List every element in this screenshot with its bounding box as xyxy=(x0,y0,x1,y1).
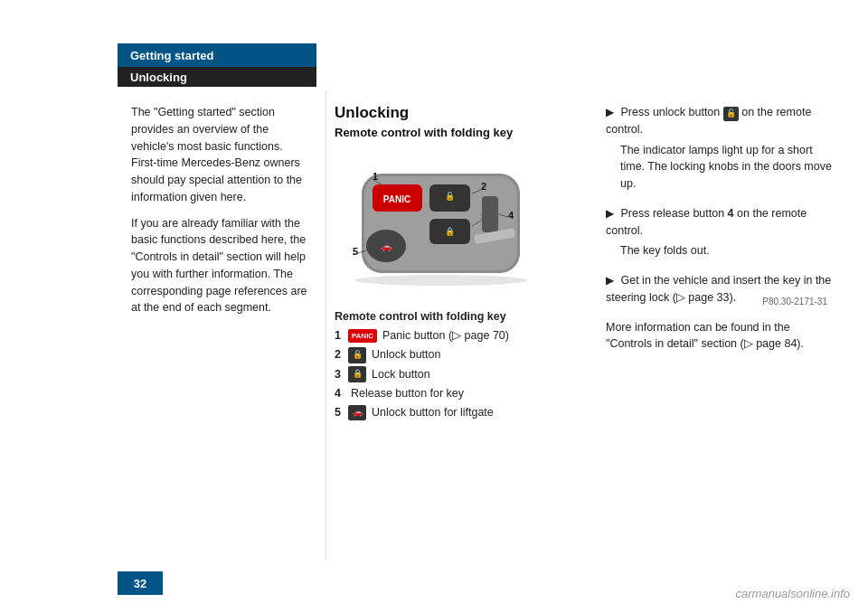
more-info: More information can be found in the "Co… xyxy=(606,319,832,354)
chapter-header-bar: Getting started xyxy=(118,43,316,67)
svg-rect-12 xyxy=(482,196,498,232)
bullet-header-1: ▶ Press unlock button 🔓 on the remote co… xyxy=(606,104,832,138)
svg-text:🔒: 🔒 xyxy=(445,226,456,237)
right-column: ▶ Press unlock button 🔓 on the remote co… xyxy=(606,104,832,353)
page-number: 32 xyxy=(118,571,163,595)
bullet-header-3: ▶ Get in the vehicle and insert the key … xyxy=(606,272,832,306)
page-container: Getting started Unlocking The "Getting s… xyxy=(0,0,868,613)
item-text: Release button for key xyxy=(351,384,464,403)
column-divider xyxy=(326,90,326,561)
list-item: 3 🔒 Lock button xyxy=(335,365,827,384)
bullet-text-3: Get in the vehicle and insert the key in… xyxy=(606,274,831,304)
unlock-icon: 🔓 xyxy=(348,347,366,363)
bullet-section-2: ▶ Press release button 4 on the remote c… xyxy=(606,205,832,259)
bullet-detail-1: The indicator lamps light up for a short… xyxy=(620,142,832,193)
item-number: 5 xyxy=(335,403,345,422)
svg-point-0 xyxy=(355,275,527,286)
list-item: 4 Release button for key xyxy=(335,384,827,403)
svg-text:5: 5 xyxy=(353,246,358,257)
liftgate-icon: 🚗 xyxy=(348,405,366,420)
item-text: Lock button xyxy=(372,365,430,384)
bullet-text-1: Press unlock button 🔓 on the remote cont… xyxy=(606,106,811,136)
item-number: 1 xyxy=(335,326,345,345)
bullet-arrow-icon: ▶ xyxy=(606,104,614,120)
item-number: 2 xyxy=(335,345,345,364)
item-number: 4 xyxy=(335,384,345,403)
bullet-arrow-icon: ▶ xyxy=(606,205,614,222)
svg-text:PANIC: PANIC xyxy=(383,194,410,204)
key-fob-image: PANIC 🔓 2 1 🔒 3 4 🚗 5 xyxy=(335,146,542,287)
section-label-bar: Unlocking xyxy=(118,67,316,87)
key-image-container: PANIC 🔓 2 1 🔒 3 4 🚗 5 xyxy=(335,146,542,291)
svg-text:🚗: 🚗 xyxy=(381,240,392,252)
item-text: Panic button (▷ page 70) xyxy=(382,326,509,345)
bullet-section-3: ▶ Get in the vehicle and insert the key … xyxy=(606,272,832,306)
item-text: Unlock button for liftgate xyxy=(372,403,494,422)
bullet-detail-2: The key folds out. xyxy=(620,242,832,259)
item-number: 3 xyxy=(335,365,345,384)
svg-text:4: 4 xyxy=(508,210,514,221)
svg-text:2: 2 xyxy=(481,181,486,192)
chapter-title: Getting started xyxy=(130,49,213,62)
bullet-text-2: Press release button 4 on the remote con… xyxy=(606,207,807,237)
bullet-header-2: ▶ Press release button 4 on the remote c… xyxy=(606,205,832,240)
svg-text:🔓: 🔓 xyxy=(445,191,456,202)
bullet-arrow-icon: ▶ xyxy=(606,272,614,288)
item-text: Unlock button xyxy=(372,345,440,364)
left-column: The "Getting started" section provides a… xyxy=(131,104,307,325)
list-item: 5 🚗 Unlock button for liftgate xyxy=(335,403,827,422)
intro-paragraph-2: If you are already familiar with the bas… xyxy=(131,215,307,317)
lock-icon: 🔒 xyxy=(348,366,366,382)
section-title: Unlocking xyxy=(130,71,187,84)
panic-icon: PANIC xyxy=(348,329,377,344)
watermark: carmanualsonline.info xyxy=(736,587,850,600)
intro-paragraph-1: The "Getting started" section provides a… xyxy=(131,104,307,206)
bullet-section-1: ▶ Press unlock button 🔓 on the remote co… xyxy=(606,104,832,193)
